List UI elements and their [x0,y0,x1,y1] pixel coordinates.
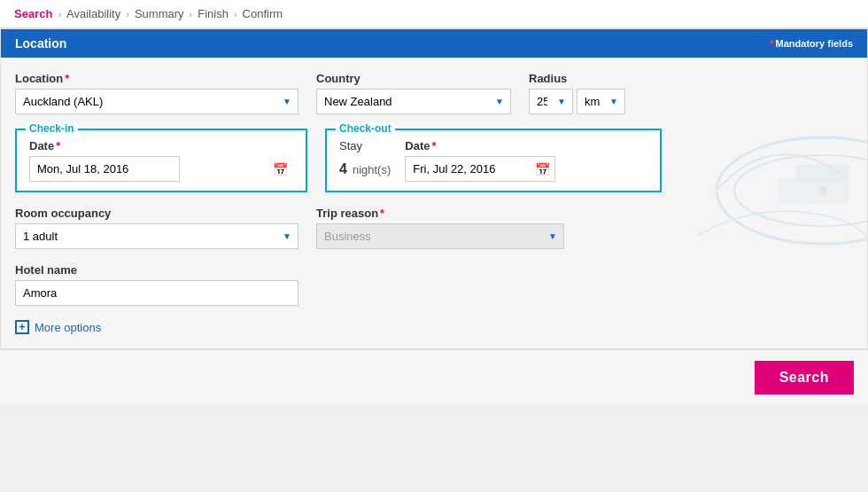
breadcrumb-step-summary[interactable]: Summary [135,7,184,20]
checkout-inner: Stay 4 night(s) Date* 📅 [339,139,555,182]
checkin-calendar-icon[interactable]: 📅 [273,162,288,176]
checkin-date-input[interactable] [29,156,180,182]
radius-label: Radius [529,72,625,85]
checkout-date-wrapper: 📅 [405,156,555,182]
checkin-date-wrapper: 📅 [29,156,293,182]
room-occupancy-label: Room occupancy [15,207,298,220]
room-occupancy-select[interactable]: 1 adult2 adults1 adult, 1 child [15,223,298,249]
search-button[interactable]: Search [755,361,854,394]
stay-group: Stay 4 night(s) [339,139,391,182]
checkin-legend: Check-in [26,122,78,135]
checkin-checkout-row: Check-in Date* 📅 Check-out [15,129,853,192]
radius-unit-wrapper: km ▼ [577,89,625,114]
section-title: Location [15,36,66,51]
stay-number: 4 [339,161,347,177]
mandatory-note: *Mandatory fields [770,38,853,49]
location-select-wrapper: Auckland (AKL) ▼ [15,89,298,114]
trip-reason-wrapper: BusinessBusinessLeisurePersonal ▼ [316,223,564,249]
checkout-date-group: Date* 📅 [405,139,555,182]
mandatory-star: * [770,38,773,49]
form-content: Location* Auckland (AKL) ▼ Country New Z… [1,58,867,348]
room-occupancy-wrapper: 1 adult2 adults1 adult, 1 child ▼ [15,223,298,249]
room-occupancy-group: Room occupancy 1 adult2 adults1 adult, 1… [15,207,298,249]
trip-reason-required-star: * [380,207,384,220]
country-select-wrapper: New ZealandAustraliaUnited KingdomUnited… [316,89,511,114]
search-button-row: Search [0,349,868,405]
checkout-calendar-icon[interactable]: 📅 [535,162,550,176]
breadcrumb-sep-2: › [126,9,129,20]
country-group: Country New ZealandAustraliaUnited Kingd… [316,72,511,114]
breadcrumb: Search › Availability › Summary › Finish… [0,0,868,28]
location-label: Location* [15,72,298,85]
trip-reason-label: Trip reason* [316,207,564,220]
breadcrumb-sep-1: › [58,9,61,20]
section-header: Location *Mandatory fields [1,29,867,58]
checkin-box: Check-in Date* 📅 [15,129,307,192]
location-section: Location *Mandatory fields Location* [0,28,868,349]
more-options-icon: + [15,320,29,334]
checkout-required-star: * [431,139,436,152]
breadcrumb-sep-4: › [234,9,237,20]
location-select[interactable]: Auckland (AKL) [15,89,298,114]
country-select[interactable]: New ZealandAustraliaUnited KingdomUnited… [316,89,511,114]
checkout-legend: Check-out [336,122,395,135]
stay-value-row: 4 night(s) [339,161,391,177]
checkin-required-star: * [56,139,60,152]
checkin-date-group: Date* 📅 [29,139,293,182]
breadcrumb-step-confirm[interactable]: Confirm [243,7,283,20]
radius-unit-select[interactable]: km [577,89,625,114]
radius-value-select[interactable]: 25 [529,89,573,114]
radius-inputs: 25 ▼ km ▼ [529,89,625,114]
hotel-name-row: Hotel name [15,263,853,306]
country-label: Country [316,72,511,85]
hotel-name-label: Hotel name [15,263,298,277]
more-options-label: More options [35,321,101,334]
radius-group: Radius 25 ▼ km ▼ [529,72,625,114]
breadcrumb-step-availability[interactable]: Availability [66,7,120,20]
radius-value-wrapper: 25 ▼ [529,89,573,114]
trip-reason-select[interactable]: BusinessBusinessLeisurePersonal [316,223,564,249]
breadcrumb-step-search[interactable]: Search [14,7,52,20]
hotel-name-group: Hotel name [15,263,298,306]
checkout-date-label: Date* [405,139,555,152]
location-row: Location* Auckland (AKL) ▼ Country New Z… [15,72,853,114]
checkout-date-input[interactable] [405,156,555,182]
checkout-box: Check-out Stay 4 night(s) Date* [325,129,662,192]
breadcrumb-sep-3: › [190,9,193,20]
stay-unit: night(s) [353,163,391,176]
location-group: Location* Auckland (AKL) ▼ [15,72,298,114]
trip-reason-group: Trip reason* BusinessBusinessLeisurePers… [316,207,564,249]
hotel-name-input[interactable] [15,280,298,306]
checkin-date-label: Date* [29,139,293,152]
location-required-star: * [65,72,69,85]
more-options-row[interactable]: + More options [15,320,853,334]
breadcrumb-step-finish[interactable]: Finish [198,7,229,20]
stay-label: Stay [339,139,391,152]
occupancy-trip-row: Room occupancy 1 adult2 adults1 adult, 1… [15,207,853,249]
